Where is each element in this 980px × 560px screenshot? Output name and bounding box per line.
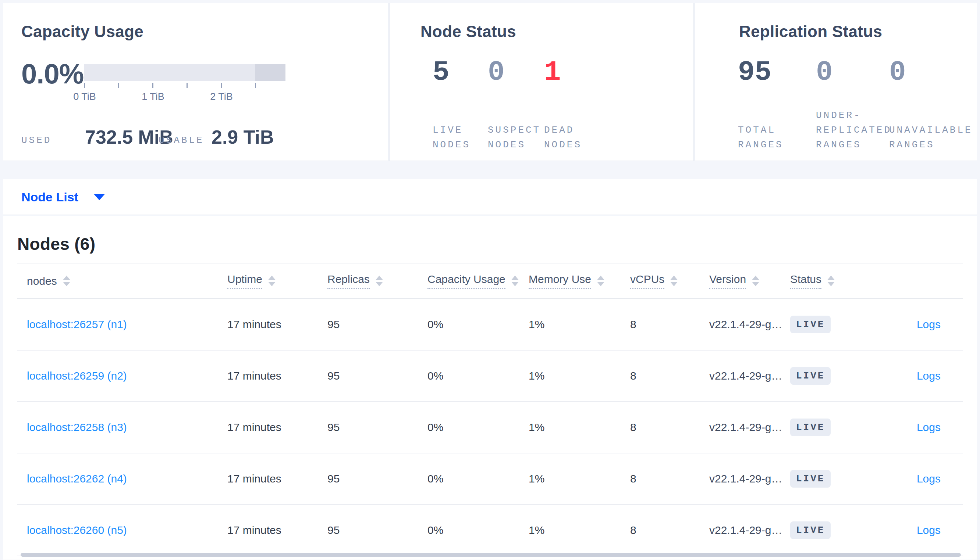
nodes-section-title: Nodes (6) — [17, 216, 963, 254]
vcpus-cell: 8 — [620, 370, 700, 382]
sort-icon — [63, 276, 70, 286]
column-header-vcpus[interactable]: vCPUs — [620, 273, 700, 289]
chevron-down-icon — [94, 194, 105, 200]
capacity-percent-value: 0.0% — [21, 58, 84, 90]
capacity-bar-reserved-segment — [255, 64, 286, 81]
table-row: localhost:26257 (n1) 17 minutes 95 0% 1%… — [17, 299, 963, 350]
used-label: USED — [21, 135, 52, 146]
node-link[interactable]: localhost:26260 (n5) — [27, 524, 127, 536]
uptime-cell: 17 minutes — [218, 473, 318, 485]
uptime-cell: 17 minutes — [218, 421, 318, 433]
replication-status-panel: Replication Status 95 0 0 TOTAL RANGES U… — [694, 3, 977, 161]
under-replicated-ranges-label: UNDER- REPLICATED RANGES — [816, 108, 889, 152]
axis-tick-label: 1 TiB — [142, 91, 164, 103]
axis-tick — [221, 83, 222, 88]
axis-tick — [84, 83, 85, 88]
uptime-cell: 17 minutes — [218, 524, 318, 537]
dead-nodes-value: 1 — [544, 58, 625, 87]
nodes-table-header: nodes Uptime Replicas Capacity Usage Mem… — [17, 263, 963, 299]
unavailable-ranges-label: UNAVAILABLE RANGES — [889, 123, 977, 152]
horizontal-scrollbar[interactable] — [21, 553, 961, 557]
axis-tick — [118, 83, 119, 88]
logs-link[interactable]: Logs — [917, 473, 941, 485]
capacity-cell: 0% — [418, 421, 519, 433]
column-header-replicas[interactable]: Replicas — [318, 273, 418, 289]
capacity-cell: 0% — [418, 318, 519, 331]
replicas-cell: 95 — [318, 318, 418, 331]
status-badge: LIVE — [790, 367, 831, 385]
replicas-cell: 95 — [318, 473, 418, 485]
table-row: localhost:26259 (n2) 17 minutes 95 0% 1%… — [17, 350, 963, 402]
sort-icon — [597, 276, 604, 286]
memory-cell: 1% — [519, 318, 620, 331]
sort-icon — [827, 276, 835, 286]
status-badge: LIVE — [790, 418, 831, 436]
axis-tick — [255, 83, 256, 88]
sort-icon — [670, 276, 677, 286]
logs-link[interactable]: Logs — [917, 318, 941, 330]
summary-stats-strip: Capacity Usage 0.0% 0 TiB 1 TiB 2 TiB US… — [3, 3, 977, 161]
capacity-bar — [84, 64, 286, 81]
status-badge: LIVE — [790, 470, 831, 488]
nodes-table-card: Nodes (6) nodes Uptime Replicas Capacity… — [3, 216, 977, 560]
axis-tick — [152, 83, 154, 88]
total-ranges-label: TOTAL RANGES — [738, 123, 816, 152]
replication-values: 95 0 0 — [738, 58, 977, 87]
capacity-cell: 0% — [418, 473, 519, 485]
replicas-cell: 95 — [318, 524, 418, 537]
capacity-used-usable: USED 732.5 MiB USABLE 2.9 TiB — [3, 125, 388, 151]
sort-icon — [511, 276, 519, 286]
memory-cell: 1% — [519, 421, 620, 433]
node-link[interactable]: localhost:26258 (n3) — [27, 421, 127, 433]
suspect-nodes-label: SUSPECT NODES — [488, 123, 544, 152]
node-status-title: Node Status — [420, 22, 516, 41]
table-row: localhost:26260 (n5) 17 minutes 95 0% 1%… — [17, 505, 963, 556]
uptime-cell: 17 minutes — [218, 370, 318, 382]
capacity-usage-panel: Capacity Usage 0.0% 0 TiB 1 TiB 2 TiB US… — [3, 3, 388, 161]
node-status-labels: LIVE NODES SUSPECT NODES DEAD NODES — [433, 112, 625, 152]
axis-tick-label: 2 TiB — [210, 91, 233, 103]
node-list-dropdown-label: Node List — [21, 190, 79, 204]
table-row: localhost:26258 (n3) 17 minutes 95 0% 1%… — [17, 402, 963, 453]
logs-link[interactable]: Logs — [917, 524, 941, 536]
dead-nodes-label: DEAD NODES — [544, 123, 625, 152]
column-header-status[interactable]: Status — [781, 273, 865, 289]
capacity-cell: 0% — [418, 370, 519, 382]
node-link[interactable]: localhost:26257 (n1) — [27, 318, 127, 330]
node-list-dropdown[interactable]: Node List — [21, 190, 105, 204]
vcpus-cell: 8 — [620, 421, 700, 433]
vcpus-cell: 8 — [620, 318, 700, 331]
vcpus-cell: 8 — [620, 473, 700, 485]
axis-tick-label: 0 TiB — [73, 91, 96, 103]
column-header-uptime[interactable]: Uptime — [218, 273, 318, 289]
column-header-memory-use[interactable]: Memory Use — [519, 273, 620, 289]
logs-link[interactable]: Logs — [917, 421, 941, 433]
column-header-nodes[interactable]: nodes — [17, 275, 218, 287]
column-header-version[interactable]: Version — [700, 273, 781, 289]
vcpus-cell: 8 — [620, 524, 700, 537]
usable-value: 2.9 TiB — [212, 126, 274, 148]
unavailable-ranges-value: 0 — [889, 58, 977, 87]
version-cell: v22.1.4-29-g… — [700, 524, 781, 537]
node-link[interactable]: localhost:26262 (n4) — [27, 473, 127, 485]
replicas-cell: 95 — [318, 421, 418, 433]
replication-labels: TOTAL RANGES UNDER- REPLICATED RANGES UN… — [738, 112, 977, 152]
version-cell: v22.1.4-29-g… — [700, 370, 781, 382]
sort-icon — [752, 276, 759, 286]
memory-cell: 1% — [519, 370, 620, 382]
replicas-cell: 95 — [318, 370, 418, 382]
suspect-nodes-value: 0 — [488, 58, 544, 87]
live-nodes-value: 5 — [433, 58, 488, 87]
total-ranges-value: 95 — [738, 58, 816, 87]
under-replicated-ranges-value: 0 — [816, 58, 889, 87]
live-nodes-label: LIVE NODES — [433, 123, 488, 152]
memory-cell: 1% — [519, 473, 620, 485]
column-header-capacity-usage[interactable]: Capacity Usage — [418, 273, 519, 289]
usable-label: USABLE — [159, 135, 204, 146]
capacity-axis: 0 TiB 1 TiB 2 TiB — [84, 83, 286, 105]
version-cell: v22.1.4-29-g… — [700, 473, 781, 485]
node-link[interactable]: localhost:26259 (n2) — [27, 370, 127, 382]
version-cell: v22.1.4-29-g… — [700, 318, 781, 331]
logs-link[interactable]: Logs — [917, 370, 941, 382]
sort-icon — [376, 276, 383, 286]
